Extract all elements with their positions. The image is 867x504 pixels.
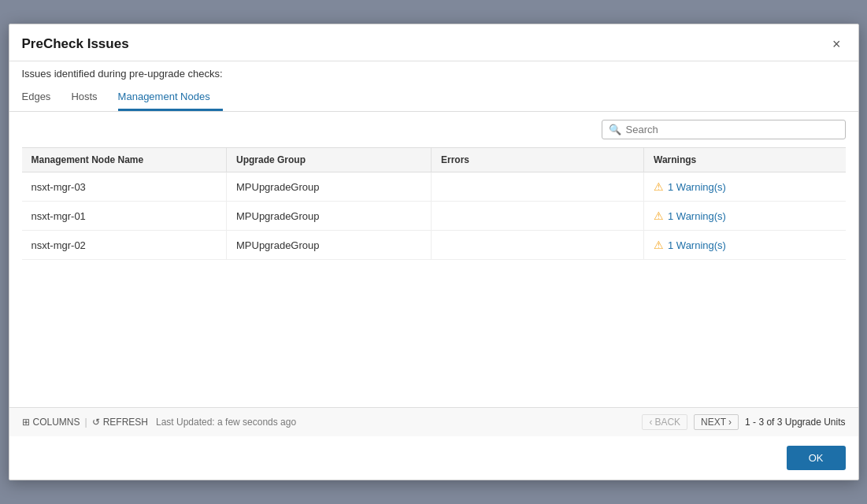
page-info: 1 - 3 of 3 Upgrade Units <box>745 417 845 428</box>
warning-link[interactable]: 1 Warning(s) <box>668 210 726 222</box>
cell-upgrade-group: MPUpgradeGroup <box>227 172 432 202</box>
data-table: Management Node Name Upgrade Group Error… <box>22 148 846 260</box>
close-button[interactable]: × <box>828 35 846 53</box>
col-header-warnings: Warnings <box>644 148 846 172</box>
modal: PreCheck Issues × Issues identified duri… <box>9 24 859 480</box>
modal-overlay: PreCheck Issues × Issues identified duri… <box>0 0 867 504</box>
back-label: BACK <box>654 417 680 428</box>
refresh-button[interactable]: ↺ REFRESH <box>92 417 148 428</box>
modal-subtitle: Issues identified during pre-upgrade che… <box>9 61 858 80</box>
last-updated-text: Last Updated: a few seconds ago <box>156 417 634 428</box>
cell-warnings: ⚠1 Warning(s) <box>644 172 846 202</box>
search-input[interactable] <box>626 124 839 135</box>
next-button[interactable]: NEXT › <box>694 414 739 430</box>
cell-warnings: ⚠1 Warning(s) <box>644 202 846 231</box>
warning-link[interactable]: 1 Warning(s) <box>668 239 726 251</box>
tabs-container: Edges Hosts Management Nodes <box>9 84 858 112</box>
modal-title: PreCheck Issues <box>22 36 129 52</box>
tab-edges[interactable]: Edges <box>22 84 64 111</box>
col-header-group: Upgrade Group <box>227 148 432 172</box>
warning-link[interactable]: 1 Warning(s) <box>668 181 726 193</box>
footer-right: ‹ BACK NEXT › 1 - 3 of 3 Upgrade Units <box>642 414 845 430</box>
table-row: nsxt-mgr-02MPUpgradeGroup⚠1 Warning(s) <box>22 231 846 260</box>
next-label: NEXT <box>701 417 726 428</box>
search-icon: 🔍 <box>609 124 621 135</box>
footer-separator: | <box>85 417 87 428</box>
modal-header: PreCheck Issues × <box>9 24 858 61</box>
col-header-name: Management Node Name <box>22 148 227 172</box>
cell-upgrade-group: MPUpgradeGroup <box>227 231 432 260</box>
columns-button[interactable]: ⊞ COLUMNS <box>22 417 80 428</box>
toolbar: 🔍 <box>9 112 858 147</box>
columns-icon: ⊞ <box>22 417 30 428</box>
table-footer: ⊞ COLUMNS | ↺ REFRESH Last Updated: a fe… <box>9 407 858 436</box>
tab-management-nodes[interactable]: Management Nodes <box>118 84 223 111</box>
tab-hosts[interactable]: Hosts <box>71 84 109 111</box>
cell-errors <box>432 172 644 202</box>
back-button[interactable]: ‹ BACK <box>642 414 687 430</box>
cell-errors <box>432 231 644 260</box>
warning-icon: ⚠ <box>654 180 664 193</box>
search-box: 🔍 <box>602 120 846 139</box>
cell-node-name: nsxt-mgr-03 <box>22 172 227 202</box>
cell-errors <box>432 202 644 231</box>
ok-button[interactable]: OK <box>787 446 846 470</box>
col-header-errors: Errors <box>432 148 644 172</box>
table-row: nsxt-mgr-01MPUpgradeGroup⚠1 Warning(s) <box>22 202 846 231</box>
refresh-label: REFRESH <box>103 417 148 428</box>
back-icon: ‹ <box>649 417 652 428</box>
refresh-icon: ↺ <box>92 417 100 428</box>
cell-node-name: nsxt-mgr-02 <box>22 231 227 260</box>
table-header-row: Management Node Name Upgrade Group Error… <box>22 148 846 172</box>
cell-upgrade-group: MPUpgradeGroup <box>227 202 432 231</box>
warning-icon: ⚠ <box>654 209 664 222</box>
cell-node-name: nsxt-mgr-01 <box>22 202 227 231</box>
modal-footer-actions: OK <box>9 436 858 480</box>
footer-left: ⊞ COLUMNS | ↺ REFRESH <box>22 417 148 428</box>
warning-icon: ⚠ <box>654 239 664 251</box>
cell-warnings: ⚠1 Warning(s) <box>644 231 846 260</box>
data-table-container: Management Node Name Upgrade Group Error… <box>22 147 846 407</box>
next-icon: › <box>728 417 732 428</box>
table-row: nsxt-mgr-03MPUpgradeGroup⚠1 Warning(s) <box>22 172 846 202</box>
columns-label: COLUMNS <box>33 417 80 428</box>
